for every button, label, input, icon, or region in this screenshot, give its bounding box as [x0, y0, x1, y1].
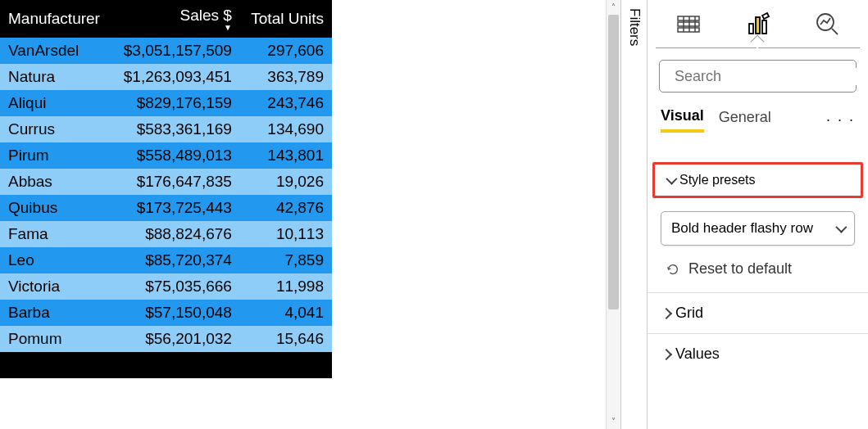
table-visual[interactable]: Manufacturer Sales $ ▼ Total Units VanAr… — [0, 0, 332, 429]
sort-desc-icon: ▼ — [120, 25, 232, 31]
table-row[interactable]: Fama$88,824,67610,113 — [0, 221, 332, 247]
table-cell: Quibus — [0, 195, 111, 221]
table-cell: $75,035,666 — [111, 273, 240, 300]
table-row[interactable]: Pomum$56,201,03215,646 — [0, 326, 332, 352]
values-label: Values — [675, 345, 720, 363]
table-cell: Abbas — [0, 169, 111, 195]
filters-label: Filters — [626, 8, 643, 46]
col-units[interactable]: Total Units — [240, 0, 332, 38]
table-row[interactable]: Victoria$75,035,66611,998 — [0, 273, 332, 300]
table-cell: 15,646 — [240, 326, 332, 352]
table-cell: 4,041 — [240, 300, 332, 326]
svg-line-10 — [832, 29, 838, 34]
table-cell: 42,876 — [240, 195, 332, 221]
table-row[interactable]: Currus$583,361,169134,690 — [0, 116, 332, 142]
table-cell: Pomum — [0, 326, 111, 352]
scroll-up-icon[interactable]: ˄ — [607, 0, 620, 15]
section-style-presets-highlight: Style presets — [652, 162, 863, 198]
svg-rect-1 — [678, 22, 699, 26]
grid-label: Grid — [675, 305, 703, 322]
table-cell: Pirum — [0, 142, 111, 169]
scroll-down-icon[interactable]: ˅ — [607, 414, 620, 429]
table-row[interactable]: Pirum$558,489,013143,801 — [0, 142, 332, 169]
table-cell: $583,361,169 — [111, 116, 240, 142]
table-row[interactable]: Natura$1,263,093,451363,789 — [0, 64, 332, 90]
chevron-right-icon — [661, 348, 672, 359]
tab-visual[interactable]: Visual — [661, 107, 704, 133]
section-style-presets[interactable]: Style presets — [666, 173, 849, 187]
search-box[interactable] — [659, 60, 857, 93]
dropdown-value: Bold header flashy row — [671, 220, 813, 237]
style-preset-dropdown[interactable]: Bold header flashy row — [661, 211, 855, 246]
scrollbar[interactable]: ˄ ˅ — [606, 0, 620, 429]
table-cell: Fama — [0, 221, 111, 247]
svg-rect-0 — [678, 16, 699, 20]
format-pane: Visual General · · · Style presets Bold … — [647, 0, 868, 429]
tab-more[interactable]: · · · — [826, 111, 855, 129]
pane-tabs — [648, 0, 868, 47]
table-cell: 143,801 — [240, 142, 332, 169]
table-cell: 297,606 — [240, 38, 332, 64]
table-row[interactable]: Barba$57,150,0484,041 — [0, 300, 332, 326]
format-tabs: Visual General · · · — [648, 99, 868, 133]
svg-rect-7 — [756, 17, 760, 34]
fields-icon[interactable] — [672, 7, 705, 40]
reset-to-default[interactable]: Reset to default — [648, 252, 868, 292]
table-cell: Barba — [0, 300, 111, 326]
svg-rect-2 — [678, 28, 699, 32]
table-cell: 363,789 — [240, 64, 332, 90]
table-cell: Victoria — [0, 273, 111, 300]
col-sales[interactable]: Sales $ ▼ — [111, 0, 240, 38]
table-cell: VanArsdel — [0, 38, 111, 64]
format-icon[interactable] — [741, 7, 774, 40]
section-values[interactable]: Values — [648, 333, 868, 374]
table-cell: $56,201,032 — [111, 326, 240, 352]
section-grid[interactable]: Grid — [648, 292, 868, 333]
table-row[interactable]: Aliqui$829,176,159243,746 — [0, 90, 332, 116]
filters-pane-collapsed[interactable]: Filters — [620, 0, 647, 429]
table-cell: 11,998 — [240, 273, 332, 300]
table-cell: 7,859 — [240, 247, 332, 273]
table-cell: 19,026 — [240, 169, 332, 195]
table-row[interactable]: VanArsdel$3,051,157,509297,606 — [0, 38, 332, 64]
data-table: Manufacturer Sales $ ▼ Total Units VanAr… — [0, 0, 332, 378]
table-cell: $173,725,443 — [111, 195, 240, 221]
scroll-thumb[interactable] — [608, 15, 619, 309]
table-cell: 243,746 — [240, 90, 332, 116]
table-cell: $176,647,835 — [111, 169, 240, 195]
table-cell: $85,720,374 — [111, 247, 240, 273]
svg-rect-6 — [749, 24, 753, 34]
table-cell: Total — [0, 352, 111, 378]
table-cell: $3,051,157,509 — [111, 38, 240, 64]
chevron-right-icon — [661, 307, 672, 318]
active-tab-arrow — [751, 35, 765, 49]
table-cell: $7,024,409,825 — [111, 352, 240, 378]
table-cell: $829,176,159 — [111, 90, 240, 116]
reset-icon — [666, 262, 680, 277]
table-cell: $1,263,093,451 — [111, 64, 240, 90]
table-row[interactable]: Leo$85,720,3747,859 — [0, 247, 332, 273]
reset-label: Reset to default — [688, 260, 792, 278]
chevron-down-icon — [666, 174, 677, 185]
search-input[interactable] — [675, 68, 865, 85]
table-cell: Currus — [0, 116, 111, 142]
table-cell: 10,113 — [240, 221, 332, 247]
table-cell: Natura — [0, 64, 111, 90]
table-cell: Leo — [0, 247, 111, 273]
col-sales-label: Sales $ — [180, 7, 232, 24]
table-cell: $88,824,676 — [111, 221, 240, 247]
table-cell: $558,489,013 — [111, 142, 240, 169]
table-cell: 134,690 — [240, 116, 332, 142]
style-presets-label: Style presets — [679, 173, 755, 187]
analytics-icon[interactable] — [811, 7, 843, 40]
canvas-gap: ˄ ˅ — [332, 0, 620, 429]
tab-general[interactable]: General — [719, 109, 771, 131]
table-row[interactable]: Abbas$176,647,83519,026 — [0, 169, 332, 195]
chevron-down-icon — [835, 222, 847, 233]
table-cell: 1,299,599 — [240, 352, 332, 378]
table-total-row: Total$7,024,409,8251,299,599 — [0, 352, 332, 378]
table-cell: Aliqui — [0, 90, 111, 116]
col-manufacturer[interactable]: Manufacturer — [0, 0, 111, 38]
svg-rect-8 — [762, 20, 766, 34]
table-row[interactable]: Quibus$173,725,44342,876 — [0, 195, 332, 221]
